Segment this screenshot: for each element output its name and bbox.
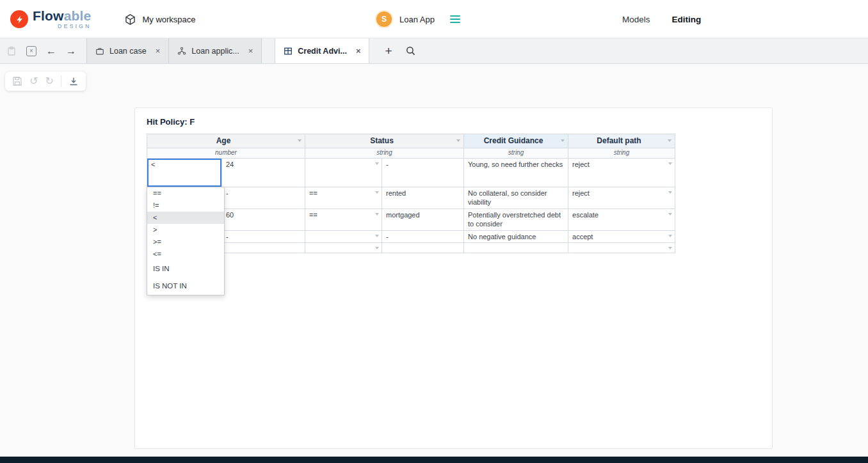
editing-link[interactable]: Editing	[672, 15, 702, 24]
tab-label: Credit Advi...	[298, 47, 347, 56]
header-row: Age Status Credit Guidance Default path	[147, 134, 675, 148]
new-tab-button[interactable]: +	[385, 45, 392, 57]
workspace-selector[interactable]: My workspace	[124, 13, 195, 26]
tab-loan-case[interactable]: Loan case ×	[86, 38, 169, 63]
age-value-cell[interactable]: -	[222, 231, 305, 243]
clipboard-icon	[6, 46, 17, 56]
operator-option[interactable]: >	[147, 224, 224, 236]
column-header-credit-guidance[interactable]: Credit Guidance	[464, 134, 568, 148]
operator-option[interactable]: <=	[147, 248, 224, 260]
table-row	[147, 243, 675, 253]
chevron-down-icon	[668, 247, 672, 249]
close-tab-icon[interactable]: ×	[356, 46, 361, 56]
column-header-age[interactable]: Age	[147, 134, 305, 148]
column-title: Credit Guidance	[484, 136, 543, 145]
credit-guidance-cell[interactable]	[464, 243, 568, 253]
column-title: Default path	[597, 136, 641, 145]
status-value-cell[interactable]: rented	[382, 187, 464, 209]
hamburger-menu-icon[interactable]	[450, 15, 460, 23]
close-tab-icon[interactable]: ×	[248, 46, 253, 56]
workspace-box-icon	[124, 13, 136, 26]
app-avatar[interactable]: S	[376, 12, 392, 27]
age-value-cell[interactable]: 24	[222, 159, 305, 187]
operator-option[interactable]: >=	[147, 236, 224, 248]
filter-icon[interactable]	[561, 139, 565, 142]
default-path-cell[interactable]: reject	[568, 187, 675, 209]
bottom-bar	[0, 457, 868, 463]
export-icon[interactable]	[68, 76, 79, 86]
operator-option-selected[interactable]: <	[147, 212, 224, 224]
app-name[interactable]: Loan App	[399, 15, 435, 24]
credit-guidance-cell[interactable]: No collateral, so consider viability	[464, 187, 568, 209]
case-icon	[95, 47, 104, 56]
age-operator-cell[interactable]: <	[147, 159, 222, 187]
default-path-cell[interactable]: escalate	[568, 209, 675, 231]
models-link[interactable]: Models	[622, 15, 650, 24]
tab-loan-application[interactable]: Loan applic... ×	[169, 38, 262, 63]
process-model-icon	[177, 47, 186, 56]
forward-arrow-button[interactable]: →	[66, 46, 76, 56]
cell-text: ==	[309, 211, 317, 219]
chevron-down-icon	[375, 162, 379, 165]
table-row: 60 == mortgaged Potentially overstretche…	[147, 209, 675, 231]
brand-able: able	[64, 8, 92, 23]
back-arrow-button[interactable]: ←	[46, 46, 56, 56]
flowable-logo[interactable]: Flowable DESIGN	[10, 9, 91, 29]
operator-option[interactable]: IS NOT IN	[147, 278, 224, 295]
column-header-status[interactable]: Status	[305, 134, 464, 148]
filter-icon[interactable]	[456, 139, 460, 142]
column-header-default-path[interactable]: Default path	[568, 134, 675, 148]
chevron-down-icon	[375, 247, 379, 249]
filter-icon[interactable]	[668, 139, 671, 142]
search-icon[interactable]	[405, 45, 416, 56]
operator-option[interactable]: ==	[147, 187, 224, 200]
workspace-label: My workspace	[142, 15, 195, 24]
age-value-cell[interactable]: 60	[222, 209, 305, 231]
chevron-down-icon	[668, 235, 672, 237]
editor-canvas: Hit Policy: F Age Status Credit Guidance…	[0, 64, 868, 457]
age-value-cell[interactable]: -	[222, 187, 305, 209]
default-path-cell[interactable]	[568, 243, 675, 253]
credit-guidance-cell[interactable]: No negative guidance	[464, 231, 568, 243]
status-value-cell[interactable]	[382, 243, 464, 253]
undo-icon[interactable]: ↺	[29, 76, 38, 86]
chevron-down-icon	[375, 235, 379, 237]
status-value-cell[interactable]: mortgaged	[382, 209, 464, 231]
column-type-status: string	[305, 148, 464, 159]
editor-toolbar: ↺ ↻	[5, 72, 86, 91]
status-operator-cell[interactable]	[305, 243, 382, 253]
decision-table-card: Hit Policy: F Age Status Credit Guidance…	[134, 107, 773, 449]
column-title: Age	[216, 136, 231, 145]
chevron-down-icon	[668, 213, 672, 216]
chevron-down-icon	[668, 191, 672, 194]
chevron-down-icon	[375, 213, 379, 216]
close-tab-icon[interactable]: ×	[156, 46, 161, 56]
status-operator-cell[interactable]: ==	[305, 187, 382, 209]
status-value-cell[interactable]: -	[382, 159, 464, 187]
save-icon[interactable]	[12, 76, 22, 86]
status-operator-cell[interactable]	[305, 231, 382, 243]
default-path-cell[interactable]: accept	[568, 231, 675, 243]
credit-guidance-cell[interactable]: Young, so need further checks	[464, 159, 568, 187]
age-value-cell[interactable]	[222, 243, 305, 253]
credit-guidance-cell[interactable]: Potentially overstretched debt to consid…	[464, 209, 568, 231]
operator-option[interactable]: IS IN	[147, 260, 224, 278]
tab-label: Loan applic...	[191, 47, 239, 56]
dmn-decision-table: Age Status Credit Guidance Default path …	[147, 134, 675, 253]
tab-bar: × ← → Loan case × Loan applic... ×	[0, 38, 868, 64]
chevron-down-icon	[375, 191, 379, 194]
close-all-tabs-button[interactable]: ×	[26, 46, 36, 56]
filter-icon[interactable]	[298, 139, 301, 142]
tab-credit-advice[interactable]: Credit Advi... ×	[275, 38, 369, 63]
brand-design-label: DESIGN	[33, 24, 91, 29]
operator-option[interactable]: !=	[147, 200, 224, 212]
top-bar: Flowable DESIGN My workspace S Loan App …	[0, 0, 868, 38]
status-value-cell[interactable]: -	[382, 231, 464, 243]
status-operator-cell[interactable]	[305, 159, 382, 187]
status-operator-cell[interactable]: ==	[305, 209, 382, 231]
brand-flow: Flow	[33, 8, 64, 23]
chevron-down-icon	[668, 162, 672, 165]
default-path-cell[interactable]: reject	[568, 159, 675, 187]
cell-text: escalate	[572, 211, 599, 219]
redo-icon[interactable]: ↻	[45, 76, 53, 86]
